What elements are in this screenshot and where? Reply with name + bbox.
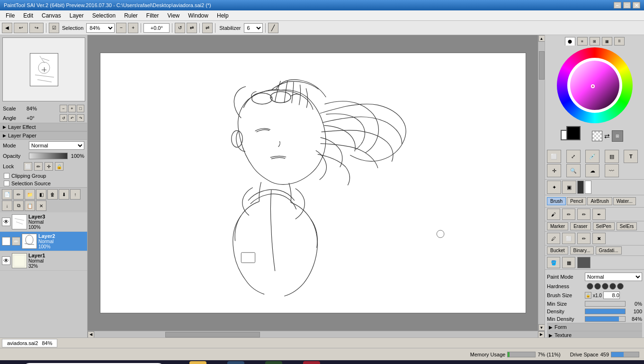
lock-pos[interactable]: ✛: [45, 162, 53, 171]
tool-transform[interactable]: ⤢: [566, 150, 581, 163]
layer-vis-2[interactable]: 👁: [2, 256, 10, 265]
zoom-minus[interactable]: −: [116, 23, 126, 33]
maximize-button[interactable]: □: [623, 2, 631, 9]
hardness-dot-5[interactable]: [617, 283, 624, 290]
back-button[interactable]: ◀: [2, 23, 12, 33]
brush-tab-selers[interactable]: SelErs: [617, 222, 637, 230]
menu-edit[interactable]: Edit: [19, 11, 37, 20]
new-group-layer[interactable]: 📁: [25, 189, 35, 200]
color-swap-button[interactable]: ⇄: [604, 132, 610, 140]
tool-fill2[interactable]: ▤: [605, 150, 619, 163]
canvas-tab[interactable]: aviadora.sai2 84%: [2, 339, 57, 347]
scroll-thumb-v[interactable]: [539, 51, 545, 80]
brush-tab-brush[interactable]: Brush: [547, 197, 566, 205]
color-wheel-container[interactable]: [557, 47, 633, 123]
menu-window[interactable]: Window: [184, 11, 212, 20]
foreground-color-swatch[interactable]: [566, 126, 581, 140]
color-tab-sliders[interactable]: ≡: [577, 37, 588, 46]
brush-icon-4[interactable]: ✒: [592, 209, 606, 220]
color-tab-swatch[interactable]: ▦: [602, 37, 612, 46]
tool-move[interactable]: ✛: [547, 164, 561, 177]
mode-select[interactable]: Normal: [29, 141, 84, 150]
ruler-tool[interactable]: ╱: [268, 23, 278, 33]
brush-tab-pencil[interactable]: Pencil: [567, 197, 586, 205]
tool-toggle[interactable]: ☑: [49, 23, 59, 33]
menu-view[interactable]: View: [163, 11, 183, 20]
angle-cw[interactable]: ↷: [77, 114, 84, 122]
lock-alpha[interactable]: ⬜: [24, 162, 32, 171]
new-pen-layer[interactable]: ✏: [13, 189, 24, 200]
scale-fit[interactable]: □: [77, 105, 84, 112]
selection-source-checkbox[interactable]: [4, 181, 9, 186]
zoom-plus[interactable]: +: [128, 23, 138, 33]
taskbar-explorer[interactable]: 📁: [189, 361, 206, 364]
menu-layer[interactable]: Layer: [66, 11, 88, 20]
min-density-bar[interactable]: [585, 316, 626, 322]
scroll-right-button[interactable]: ▶: [538, 331, 545, 338]
taskbar-app7[interactable]: 💬: [284, 361, 301, 364]
brush-icon-3[interactable]: ✏: [577, 209, 590, 220]
layer-item-1[interactable]: 👁 ✏ Layer2 Normal 100%: [0, 232, 87, 251]
tool-eyedropper[interactable]: 💉: [585, 150, 599, 163]
tool-color-pick[interactable]: ✦: [547, 181, 561, 194]
brush-tab-binary[interactable]: Binary...: [570, 246, 594, 255]
copy-layer[interactable]: ⧉: [13, 200, 24, 211]
scroll-track-v[interactable]: [538, 42, 545, 324]
brush-tab-marker[interactable]: Marker: [547, 222, 568, 230]
selpen-icon[interactable]: ✏: [577, 233, 590, 244]
taskbar-app8[interactable]: 🎯: [303, 361, 320, 364]
redo-button[interactable]: ↪: [29, 23, 44, 33]
brush-tab-bucket[interactable]: Bucket: [547, 246, 568, 255]
angle-ccw[interactable]: ↶: [68, 114, 76, 122]
scale-up[interactable]: +: [68, 105, 76, 112]
hardness-dot-1[interactable]: [587, 283, 593, 290]
tool-text[interactable]: T: [624, 150, 638, 163]
new-raster-layer[interactable]: 📄: [2, 189, 12, 200]
layer-down-btn[interactable]: ↓: [2, 200, 12, 211]
taskbar-task-view[interactable]: ⊞: [170, 361, 188, 364]
hardness-dot-3[interactable]: [602, 283, 608, 290]
reset-angle[interactable]: ↺: [175, 23, 185, 33]
min-size-bar[interactable]: [585, 301, 626, 307]
scroll-down-button[interactable]: ▼: [538, 324, 545, 331]
scroll-thumb-h[interactable]: [165, 332, 260, 337]
color-extra[interactable]: ⊞: [612, 130, 623, 142]
gradati-icon[interactable]: [577, 257, 590, 268]
close-layer[interactable]: ✕: [36, 200, 46, 211]
brush-size-input[interactable]: [603, 291, 620, 299]
brush-tab-airbrush[interactable]: AirBrush: [587, 197, 612, 205]
tool-blend[interactable]: 〰: [605, 164, 619, 177]
bucket-icon[interactable]: 🪣: [547, 257, 560, 268]
menu-file[interactable]: File: [2, 11, 18, 20]
start-button[interactable]: [4, 361, 21, 364]
eraser-icon[interactable]: ⬜: [562, 233, 575, 244]
scroll-left-button[interactable]: ◀: [88, 331, 94, 338]
hardness-dot-2[interactable]: [594, 283, 601, 290]
swap-button[interactable]: ⇌: [202, 23, 213, 33]
lock-all[interactable]: 🔒: [55, 162, 63, 171]
vertical-scrollbar[interactable]: ▲ ▼: [538, 35, 545, 331]
taskbar-photoshop[interactable]: Ps: [227, 361, 244, 364]
brush-icon-2[interactable]: ✏: [562, 209, 575, 220]
hardness-dot-4[interactable]: [609, 283, 616, 290]
tool-zoom2[interactable]: 🔍: [566, 164, 581, 177]
paint-mode-select[interactable]: Normal: [585, 273, 642, 281]
transparent-swatch[interactable]: [592, 131, 602, 141]
undo-button[interactable]: ↩: [14, 23, 28, 33]
menu-canvas[interactable]: Canvas: [38, 11, 65, 20]
color-picker-dot[interactable]: [591, 84, 595, 88]
tool-extra[interactable]: ▣: [562, 181, 576, 194]
delete-layer[interactable]: 🗑: [47, 189, 58, 200]
layer-item-2[interactable]: 👁 Layer1 Normal 32%: [0, 251, 87, 271]
brush-size-lock[interactable]: 🔒: [585, 292, 591, 299]
layer-item-0[interactable]: 👁 Layer3 Normal 100%: [0, 212, 87, 232]
layer-edit-1[interactable]: ✏: [12, 237, 20, 246]
tool-hand[interactable]: ☁: [585, 164, 599, 177]
layer-paper-header[interactable]: ▶ Layer Paper: [0, 131, 87, 140]
brush-tab-eraser[interactable]: Eraser: [570, 222, 590, 230]
horizontal-scrollbar[interactable]: ◀ ▶: [88, 331, 545, 337]
taskbar-app5[interactable]: 📧: [246, 361, 263, 364]
tool-select[interactable]: ⬜: [547, 150, 561, 163]
layer-vis-1[interactable]: 👁: [2, 237, 10, 246]
zoom-select[interactable]: 84% 100%: [86, 23, 115, 33]
